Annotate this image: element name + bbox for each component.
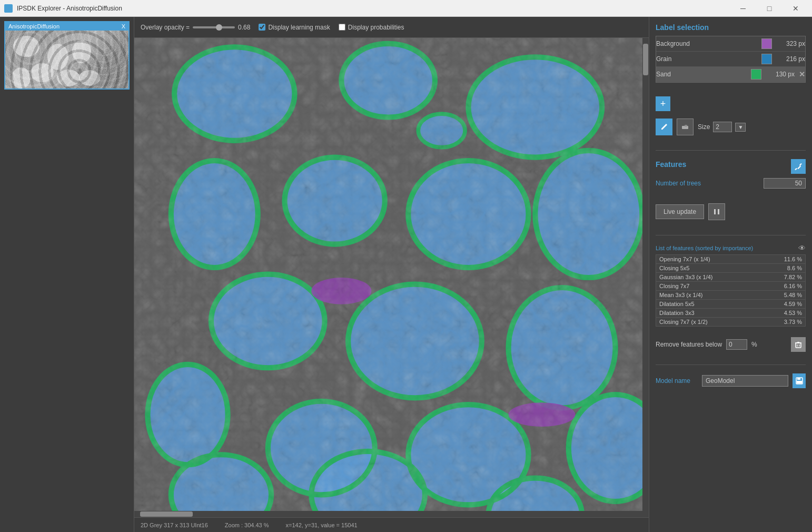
feature-pct-6: 4.53 % — [776, 310, 802, 316]
svg-rect-51 — [714, 209, 716, 214]
feature-name-2: Gaussian 3x3 (x 1/4) — [659, 274, 774, 280]
right-panel: Label selection Background 323 px Grain … — [649, 17, 812, 532]
label-px-grain: 216 px — [776, 55, 805, 63]
divider-3 — [656, 364, 806, 365]
image-thumbnail — [5, 31, 128, 88]
overlay-opacity-label: Overlay opacity = — [141, 24, 190, 31]
image-panel-close-button[interactable]: X — [122, 23, 125, 29]
svg-rect-59 — [797, 378, 800, 380]
delete-features-button[interactable] — [791, 337, 806, 352]
feature-name-6: Dilatation 3x3 — [659, 310, 774, 316]
image-panel-header: AnisotropicDiffusion X — [5, 22, 128, 31]
label-color-background[interactable] — [761, 38, 772, 49]
opacity-slider-container[interactable] — [193, 26, 235, 28]
pencil-tool-button[interactable] — [656, 119, 672, 135]
image-panel: AnisotropicDiffusion X — [4, 21, 130, 90]
pause-icon — [713, 208, 720, 215]
label-color-grain[interactable] — [761, 54, 772, 64]
svg-point-3 — [31, 63, 54, 82]
opacity-slider[interactable] — [193, 26, 235, 28]
save-icon — [796, 377, 803, 385]
label-name-grain: Grain — [656, 55, 757, 63]
maximize-button[interactable]: □ — [757, 0, 781, 17]
feature-pct-4: 5.48 % — [776, 292, 802, 298]
opacity-slider-thumb — [216, 24, 222, 31]
vertical-scrollbar-thumb[interactable] — [643, 44, 648, 75]
svg-point-4 — [72, 40, 91, 63]
label-selection-section: Label selection Background 323 px Grain … — [656, 23, 806, 83]
app-title: IPSDK Explorer - AnisotropicDiffusion — [17, 5, 122, 12]
label-px-sand: 130 px — [766, 71, 795, 78]
feature-row-2: Gaussian 3x3 (x 1/4) 7.82 % — [656, 273, 805, 282]
feature-row-0: Opening 7x7 (x 1/4) 11.6 % — [656, 255, 805, 264]
size-label: Size — [698, 123, 710, 131]
feature-row-1: Closing 5x5 8.6 % — [656, 264, 805, 273]
titlebar-controls: ─ □ ✕ — [731, 0, 808, 17]
feature-pct-3: 6.16 % — [776, 283, 802, 289]
svg-rect-0 — [5, 31, 128, 88]
svg-point-7 — [57, 70, 80, 86]
pause-button[interactable] — [708, 203, 725, 220]
feature-list-view-icon[interactable]: 👁 — [798, 244, 806, 252]
number-of-trees-row: Number of trees — [656, 178, 806, 189]
display-mask-label: Display learning mask — [268, 24, 330, 31]
model-name-label: Model name — [656, 377, 698, 385]
feature-list-header: List of features (sorted by importance) … — [656, 244, 806, 252]
svg-rect-60 — [797, 381, 802, 383]
titlebar-left: IPSDK Explorer - AnisotropicDiffusion — [4, 4, 122, 13]
number-of-trees-label: Number of trees — [656, 180, 759, 187]
remove-features-label: Remove features below — [656, 341, 722, 348]
feature-row-7: Closing 7x7 (x 1/2) 3.73 % — [656, 318, 805, 326]
label-list: Background 323 px Grain 216 px Sand 130 … — [656, 36, 806, 83]
pencil-icon — [660, 123, 668, 131]
number-of-trees-input[interactable] — [764, 178, 806, 189]
feature-row-4: Mean 3x3 (x 1/4) 5.48 % — [656, 291, 805, 300]
live-update-button[interactable]: Live update — [656, 204, 704, 219]
app-icon — [4, 4, 13, 13]
label-row-grain[interactable]: Grain 216 px — [656, 52, 805, 67]
feature-pct-2: 7.82 % — [776, 274, 802, 280]
display-probabilities-checkbox[interactable]: Display probabilities — [339, 24, 404, 31]
display-mask-input[interactable] — [259, 24, 265, 31]
live-update-row: Live update — [656, 203, 806, 220]
remove-threshold-input[interactable] — [726, 339, 747, 350]
horizontal-scrollbar-thumb[interactable] — [140, 511, 193, 517]
display-proba-input[interactable] — [339, 24, 345, 31]
minimize-button[interactable]: ─ — [731, 0, 755, 17]
feature-row-5: Dilatation 5x5 4.59 % — [656, 300, 805, 309]
save-model-button[interactable] — [793, 373, 806, 388]
label-row-sand[interactable]: Sand 130 px ✕ — [656, 67, 805, 82]
label-delete-sand[interactable]: ✕ — [799, 70, 805, 78]
features-section: Features Number of trees — [656, 159, 806, 193]
label-px-background: 323 px — [776, 40, 805, 47]
features-icon-button[interactable] — [791, 159, 806, 174]
divider-2 — [656, 235, 806, 235]
size-input[interactable] — [713, 122, 732, 132]
svg-point-1 — [13, 36, 39, 57]
display-proba-label: Display probabilities — [348, 24, 404, 31]
close-button[interactable]: ✕ — [784, 0, 808, 17]
statusbar: 2D Grey 317 x 313 UInt16 Zoom : 304.43 %… — [134, 517, 649, 532]
eraser-tool-button[interactable] — [677, 119, 694, 135]
features-title: Features — [656, 160, 686, 169]
label-row-background[interactable]: Background 323 px — [656, 36, 805, 52]
vertical-scrollbar[interactable] — [642, 38, 649, 517]
add-label-button[interactable]: + — [656, 96, 670, 111]
model-name-input[interactable] — [702, 375, 788, 387]
feature-list-title: List of features (sorted by importance) — [656, 245, 753, 251]
size-dropdown-button[interactable]: ▼ — [735, 123, 746, 132]
feature-table: Opening 7x7 (x 1/4) 11.6 % Closing 5x5 8… — [656, 254, 806, 327]
display-mask-checkbox[interactable]: Display learning mask — [259, 24, 330, 31]
center-area: Overlay opacity = 0.68 Display learning … — [134, 17, 649, 532]
label-color-sand[interactable] — [751, 69, 761, 80]
toolbar: Overlay opacity = 0.68 Display learning … — [134, 17, 649, 38]
canvas-area[interactable] — [134, 38, 649, 517]
remove-features-row: Remove features below % — [656, 337, 806, 352]
left-panel: AnisotropicDiffusion X — [0, 17, 134, 532]
horizontal-scrollbar[interactable] — [134, 511, 649, 517]
trash-icon — [795, 341, 802, 348]
eraser-icon — [681, 123, 689, 131]
feature-name-7: Closing 7x7 (x 1/2) — [659, 319, 774, 325]
feature-row-3: Closing 7x7 6.16 % — [656, 282, 805, 291]
size-control: Size ▼ — [698, 122, 746, 132]
